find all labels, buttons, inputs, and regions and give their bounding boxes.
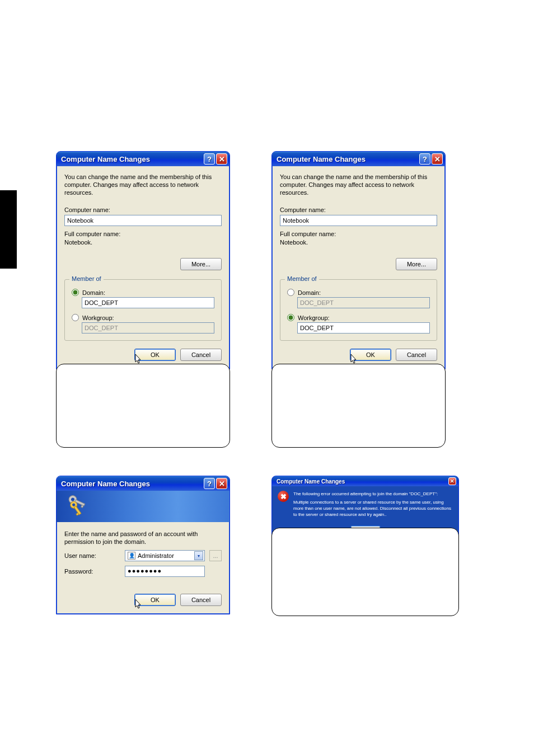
close-button[interactable]: ✕ <box>432 153 443 165</box>
cursor-icon <box>135 354 143 364</box>
workgroup-input <box>82 322 214 334</box>
cancel-button[interactable]: Cancel <box>396 349 437 361</box>
full-name-value: Notebook. <box>64 239 222 246</box>
close-button[interactable]: ✕ <box>216 153 227 165</box>
annotation-box <box>56 364 230 448</box>
titlebar[interactable]: Computer Name Changes ✕ <box>272 476 458 486</box>
cursor-icon <box>350 354 358 364</box>
workgroup-radio[interactable] <box>72 314 79 321</box>
close-button[interactable]: ✕ <box>216 478 227 489</box>
titlebar[interactable]: Computer Name Changes ? ✕ <box>57 476 229 491</box>
computer-name-input[interactable] <box>280 215 437 226</box>
error-icon: ✖ <box>278 491 289 502</box>
titlebar[interactable]: Computer Name Changes ? ✕ <box>272 152 445 166</box>
close-icon: ✕ <box>219 155 225 163</box>
more-button[interactable]: More... <box>180 258 222 270</box>
dialog-computer-name-changes-workgroup: Computer Name Changes ? ✕ You can change… <box>271 151 446 369</box>
workgroup-label[interactable]: Workgroup: <box>82 314 114 321</box>
titlebar[interactable]: Computer Name Changes ? ✕ <box>57 152 229 166</box>
error-line-2: Multiple connections to a server or shar… <box>293 499 453 518</box>
dialog-computer-name-changes-domain: Computer Name Changes ? ✕ You can change… <box>56 151 230 369</box>
help-button[interactable]: ? <box>204 153 215 165</box>
password-mask: ●●●●●●●● <box>128 567 162 574</box>
browse-button[interactable]: ... <box>209 550 222 561</box>
cancel-button[interactable]: Cancel <box>180 594 222 606</box>
dialog-title: Computer Name Changes <box>61 480 203 488</box>
help-button[interactable]: ? <box>419 153 430 165</box>
computer-name-label: Computer name: <box>280 206 437 213</box>
dialog-title: Computer Name Changes <box>277 478 447 485</box>
error-line-1: The following error occurred attempting … <box>293 491 453 497</box>
username-value: Administrator <box>138 552 174 559</box>
password-input[interactable]: ●●●●●●●● <box>125 566 205 577</box>
workgroup-input[interactable] <box>297 322 430 334</box>
intro-text: You can change the name and the membersh… <box>64 173 222 196</box>
domain-input <box>297 297 430 308</box>
workgroup-radio[interactable] <box>287 314 294 321</box>
domain-input[interactable] <box>82 297 214 308</box>
full-name-value: Notebook. <box>280 239 437 246</box>
annotation-box <box>271 528 459 616</box>
domain-label[interactable]: Domain: <box>298 289 321 296</box>
keys-icon <box>62 494 87 519</box>
full-name-label: Full computer name: <box>64 231 222 237</box>
domain-radio[interactable] <box>287 289 294 296</box>
username-label: User name: <box>64 552 120 559</box>
domain-radio[interactable] <box>72 289 79 296</box>
dialog-title: Computer Name Changes <box>61 155 203 163</box>
credentials-banner <box>57 491 229 522</box>
annotation-box <box>271 364 446 448</box>
member-of-legend: Member of <box>285 275 319 282</box>
dialog-credentials: Computer Name Changes ? ✕ Enter the name… <box>56 476 230 614</box>
help-icon: ? <box>423 155 427 163</box>
member-of-fieldset: Member of Domain: Workgroup: <box>280 279 437 341</box>
close-icon: ✕ <box>219 480 225 488</box>
dialog-title: Computer Name Changes <box>277 155 418 163</box>
credentials-intro: Enter the name and password of an accoun… <box>64 530 222 546</box>
close-button[interactable]: ✕ <box>448 477 456 485</box>
full-name-label: Full computer name: <box>280 231 437 237</box>
cancel-button[interactable]: Cancel <box>180 349 222 361</box>
workgroup-label[interactable]: Workgroup: <box>298 314 330 321</box>
domain-label[interactable]: Domain: <box>82 289 105 296</box>
computer-name-label: Computer name: <box>64 206 222 213</box>
close-icon: ✕ <box>434 155 441 163</box>
close-icon: ✕ <box>450 478 455 484</box>
svg-rect-7 <box>76 513 79 515</box>
svg-rect-3 <box>81 505 83 508</box>
username-combo[interactable]: 👤 Administrator ▾ <box>125 550 205 561</box>
chevron-down-icon[interactable]: ▾ <box>194 551 203 560</box>
password-label: Password: <box>64 568 120 575</box>
member-of-legend: Member of <box>69 275 104 282</box>
help-icon: ? <box>207 155 212 163</box>
user-icon: 👤 <box>128 552 135 560</box>
computer-name-input[interactable] <box>64 215 222 226</box>
help-icon: ? <box>207 480 212 488</box>
intro-text: You can change the name and the membersh… <box>280 173 437 196</box>
more-button[interactable]: More... <box>396 258 437 270</box>
page-margin-tab <box>0 190 17 269</box>
cursor-icon <box>135 599 143 609</box>
help-button[interactable]: ? <box>204 478 215 489</box>
member-of-fieldset: Member of Domain: Workgroup: <box>64 279 222 341</box>
